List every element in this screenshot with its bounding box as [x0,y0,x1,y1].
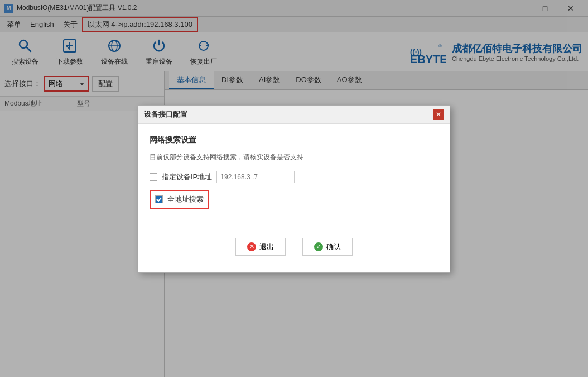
modal-body: 网络搜索设置 目前仅部分设备支持网络搜索，请核实设备是否支持 指定设备IP地址 … [138,124,450,229]
modal-overlay: 设备接口配置 ✕ 网络搜索设置 目前仅部分设备支持网络搜索，请核实设备是否支持 … [0,0,588,377]
modal-title-bar: 设备接口配置 ✕ [138,106,450,124]
option2-row-highlighted: 全地址搜索 [150,190,209,209]
confirm-label: 确认 [326,242,341,252]
modal-description: 目前仅部分设备支持网络搜索，请核实设备是否支持 [150,152,438,162]
modal-close-button[interactable]: ✕ [433,109,444,120]
option1-row: 指定设备IP地址 [150,171,438,183]
modal-title: 设备接口配置 [144,109,187,120]
modal-footer: ✕ 退出 ✓ 确认 [138,229,450,267]
device-interface-config-modal: 设备接口配置 ✕ 网络搜索设置 目前仅部分设备支持网络搜索，请核实设备是否支持 … [138,105,450,273]
specify-ip-checkbox[interactable] [150,173,157,181]
confirm-icon: ✓ [314,242,323,251]
cancel-icon: ✕ [247,242,256,251]
full-search-checkbox[interactable] [155,195,163,203]
specify-ip-label: 指定设备IP地址 [162,172,212,182]
modal-section-title: 网络搜索设置 [150,135,438,145]
cancel-label: 退出 [259,242,274,252]
full-search-label: 全地址搜索 [167,194,204,204]
cancel-button[interactable]: ✕ 退出 [235,238,286,256]
confirm-button[interactable]: ✓ 确认 [302,238,353,256]
specify-ip-input[interactable] [216,171,295,183]
